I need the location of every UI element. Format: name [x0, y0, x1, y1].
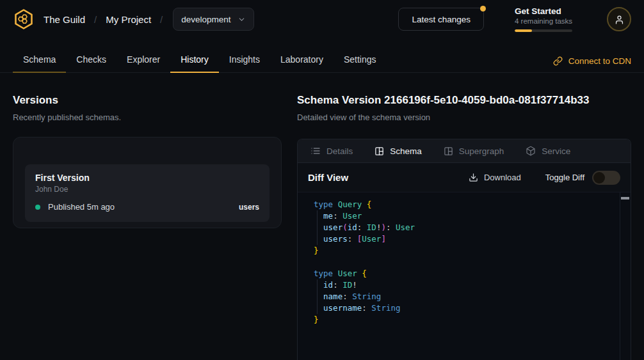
nav-tab-settings[interactable]: Settings [334, 47, 387, 73]
app-window: The Guild / My Project / development Lat… [0, 0, 644, 360]
latest-changes-label: Latest changes [412, 15, 471, 24]
breadcrumb-project[interactable]: My Project [106, 14, 151, 25]
get-started-progress-fill [515, 29, 532, 32]
code-line: users: [User] [314, 233, 618, 245]
code-line: username: String [314, 302, 618, 314]
columns-icon [444, 146, 453, 156]
nav-tab-checks[interactable]: Checks [66, 47, 117, 73]
environment-dropdown[interactable]: development [173, 8, 254, 31]
download-icon [469, 173, 478, 182]
download-label: Download [484, 173, 521, 182]
code-line: id: ID! [314, 279, 618, 291]
nav-tab-laboratory[interactable]: Laboratory [270, 47, 334, 73]
breadcrumb-separator: / [94, 14, 97, 25]
main-content: Versions Recently published schemas. Fir… [0, 73, 644, 360]
top-header: The Guild / My Project / development Lat… [0, 0, 644, 38]
tab-schema[interactable]: Schema [374, 146, 422, 156]
schema-version-column: Schema Version 2166196f-5e10-4059-bd0a-0… [297, 93, 631, 360]
tab-supergraph[interactable]: Supergraph [444, 146, 504, 156]
code-line: type User { [314, 268, 618, 279]
tab-details[interactable]: Details [310, 146, 353, 156]
schema-version-title: Schema Version 2166196f-5e10-4059-bd0a-0… [297, 93, 631, 107]
code-line: } [314, 245, 618, 256]
toggle-diff-label: Toggle Diff [545, 173, 584, 182]
versions-title: Versions [13, 93, 282, 107]
scrollbar-track [620, 192, 631, 360]
connect-to-cdn-label: Connect to CDN [568, 56, 631, 66]
columns-icon [374, 146, 384, 156]
header-right-cluster: Latest changes Get Started 4 remaining t… [398, 6, 631, 32]
tab-service[interactable]: Service [526, 146, 570, 156]
get-started-subtitle: 4 remaining tasks [515, 17, 577, 25]
code-line: me: User [314, 210, 618, 222]
versions-subtitle: Recently published schemas. [13, 112, 282, 123]
toggle-diff-switch[interactable] [592, 171, 620, 185]
code-line: user(id: ID!): User [314, 222, 618, 233]
box-icon [526, 146, 536, 156]
get-started-title: Get Started [515, 6, 577, 16]
scrollbar-thumb[interactable] [621, 197, 629, 200]
code-line: type Query { [314, 199, 618, 210]
version-name: First Version [35, 173, 259, 183]
get-started-progress-track [515, 29, 572, 32]
nav-tab-schema[interactable]: Schema [13, 47, 66, 73]
versions-list-container: First Version John Doe Published 5m ago … [13, 137, 282, 228]
diff-view-toolbar: Diff View Download Toggle Diff [298, 163, 631, 192]
version-list-item[interactable]: First Version John Doe Published 5m ago … [25, 164, 270, 222]
version-meta-row: Published 5m ago users [35, 202, 259, 212]
tab-schema-label: Schema [390, 146, 422, 156]
tab-details-label: Details [326, 146, 353, 156]
code-block: type Query { me: User user(id: ID!): Use… [314, 199, 618, 325]
nav-tab-explorer[interactable]: Explorer [117, 47, 170, 73]
list-icon [310, 146, 321, 156]
diff-view-title: Diff View [308, 172, 348, 183]
notification-dot [480, 6, 486, 12]
connect-to-cdn-link[interactable]: Connect to CDN [553, 56, 631, 72]
primary-nav: Schema Checks Explorer History Insights … [0, 47, 644, 73]
indent-guide [317, 279, 318, 314]
latest-changes-button[interactable]: Latest changes [398, 8, 484, 31]
code-line: name: String [314, 291, 618, 302]
get-started-widget[interactable]: Get Started 4 remaining tasks [515, 6, 577, 32]
published-status-dot [35, 205, 40, 210]
environment-dropdown-value: development [181, 15, 230, 24]
schema-panel-tabs: Details Schema Supergraph Service [298, 139, 631, 163]
nav-tab-history[interactable]: History [170, 47, 219, 73]
version-author: John Doe [35, 185, 259, 194]
chevron-down-icon [237, 15, 246, 24]
code-line [314, 256, 618, 268]
code-line: } [314, 314, 618, 325]
breadcrumb-separator: / [160, 14, 163, 25]
hive-logo-icon[interactable] [13, 8, 35, 30]
breadcrumb-org[interactable]: The Guild [44, 14, 85, 25]
indent-guide [317, 210, 318, 245]
link-icon [553, 56, 563, 66]
nav-tab-insights[interactable]: Insights [219, 47, 270, 73]
tab-supergraph-label: Supergraph [459, 146, 504, 156]
user-avatar[interactable] [607, 7, 631, 31]
download-button[interactable]: Download [469, 173, 521, 182]
tab-service-label: Service [542, 146, 570, 156]
schema-code-viewer: type Query { me: User user(id: ID!): Use… [298, 192, 631, 360]
version-service-badge: users [239, 203, 259, 212]
schema-detail-panel: Details Schema Supergraph Service [297, 139, 631, 360]
schema-version-subtitle: Detailed view of the schema version [297, 112, 631, 123]
version-status-text: Published 5m ago [48, 202, 115, 212]
diff-controls: Download Toggle Diff [469, 171, 620, 185]
user-icon [614, 14, 625, 25]
toggle-knob [593, 172, 605, 184]
versions-column: Versions Recently published schemas. Fir… [13, 93, 282, 360]
